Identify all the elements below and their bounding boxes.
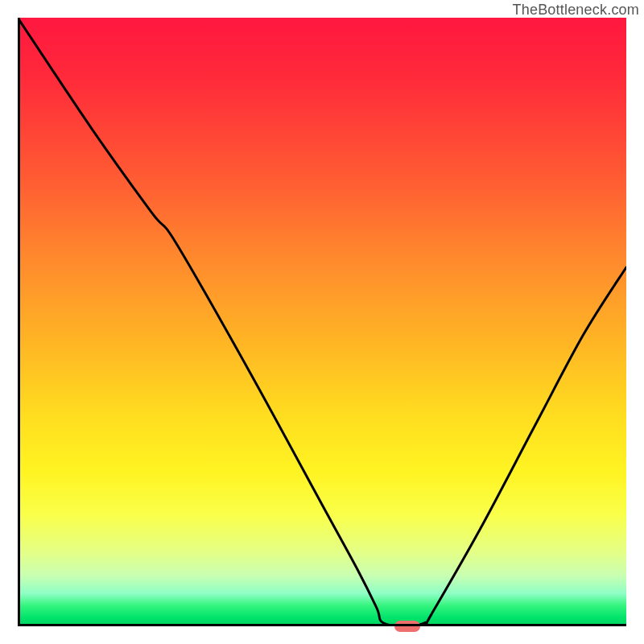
chart-area	[18, 18, 626, 626]
attribution-text: TheBottleneck.com	[513, 2, 639, 19]
y-axis	[18, 18, 20, 626]
curve-svg	[18, 18, 626, 626]
bottleneck-curve	[18, 18, 626, 626]
x-axis	[18, 624, 626, 626]
optimum-marker	[394, 621, 420, 632]
